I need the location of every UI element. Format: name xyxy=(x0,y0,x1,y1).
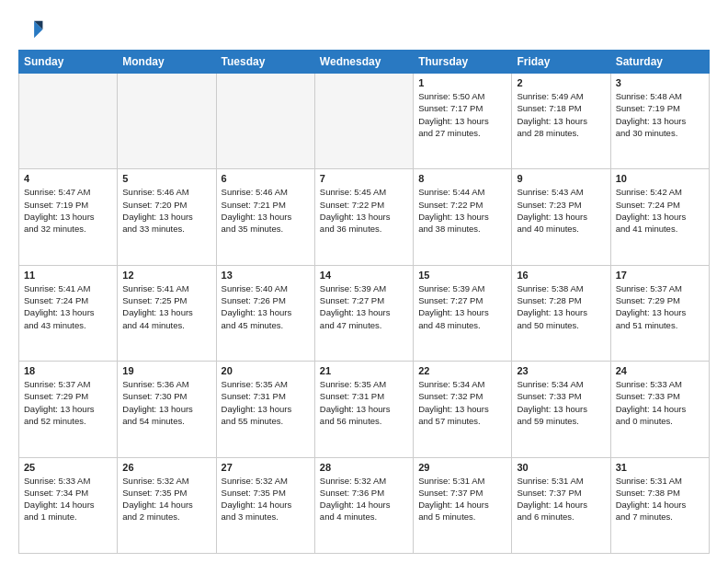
day-info: Sunrise: 5:46 AMSunset: 7:20 PMDaylight:… xyxy=(122,186,210,235)
day-cell: 14Sunrise: 5:39 AMSunset: 7:27 PMDayligh… xyxy=(314,265,413,361)
day-cell: 27Sunrise: 5:32 AMSunset: 7:35 PMDayligh… xyxy=(216,457,314,553)
day-cell: 7Sunrise: 5:45 AMSunset: 7:22 PMDaylight… xyxy=(314,169,413,265)
day-info: Sunrise: 5:46 AMSunset: 7:21 PMDaylight:… xyxy=(222,186,310,235)
day-number: 14 xyxy=(320,270,408,281)
calendar-body: 1Sunrise: 5:50 AMSunset: 7:17 PMDaylight… xyxy=(19,74,710,554)
day-info: Sunrise: 5:34 AMSunset: 7:33 PMDaylight:… xyxy=(517,378,605,427)
day-info: Sunrise: 5:47 AMSunset: 7:19 PMDaylight:… xyxy=(24,186,112,235)
day-number: 17 xyxy=(616,270,704,281)
calendar-table: SundayMondayTuesdayWednesdayThursdayFrid… xyxy=(18,50,710,554)
day-number: 22 xyxy=(418,365,506,376)
logo-icon xyxy=(18,17,44,42)
day-number: 20 xyxy=(222,365,310,376)
day-number: 2 xyxy=(517,77,605,88)
day-info: Sunrise: 5:37 AMSunset: 7:29 PMDaylight:… xyxy=(24,378,112,427)
day-cell: 2Sunrise: 5:49 AMSunset: 7:18 PMDaylight… xyxy=(512,74,610,169)
day-info: Sunrise: 5:31 AMSunset: 7:37 PMDaylight:… xyxy=(517,475,605,523)
day-info: Sunrise: 5:34 AMSunset: 7:32 PMDaylight:… xyxy=(418,378,506,427)
day-cell: 26Sunrise: 5:32 AMSunset: 7:35 PMDayligh… xyxy=(118,457,216,553)
day-info: Sunrise: 5:33 AMSunset: 7:34 PMDaylight:… xyxy=(24,475,112,523)
day-cell: 4Sunrise: 5:47 AMSunset: 7:19 PMDaylight… xyxy=(19,169,118,265)
day-info: Sunrise: 5:43 AMSunset: 7:23 PMDaylight:… xyxy=(517,186,605,235)
day-cell xyxy=(118,74,216,169)
day-info: Sunrise: 5:33 AMSunset: 7:33 PMDaylight:… xyxy=(616,378,704,427)
day-number: 16 xyxy=(517,270,605,281)
day-cell: 10Sunrise: 5:42 AMSunset: 7:24 PMDayligh… xyxy=(610,169,709,265)
day-number: 26 xyxy=(122,462,210,473)
day-cell: 17Sunrise: 5:37 AMSunset: 7:29 PMDayligh… xyxy=(610,265,709,361)
day-cell: 6Sunrise: 5:46 AMSunset: 7:21 PMDaylight… xyxy=(216,169,314,265)
day-number: 10 xyxy=(616,173,704,184)
day-number: 5 xyxy=(122,173,210,184)
day-number: 6 xyxy=(222,173,310,184)
day-cell: 30Sunrise: 5:31 AMSunset: 7:37 PMDayligh… xyxy=(512,457,610,553)
day-cell xyxy=(216,74,314,169)
day-info: Sunrise: 5:32 AMSunset: 7:35 PMDaylight:… xyxy=(122,475,210,523)
day-cell: 22Sunrise: 5:34 AMSunset: 7:32 PMDayligh… xyxy=(414,362,512,457)
week-row-4: 18Sunrise: 5:37 AMSunset: 7:29 PMDayligh… xyxy=(19,362,710,457)
day-cell: 5Sunrise: 5:46 AMSunset: 7:20 PMDaylight… xyxy=(118,169,216,265)
weekday-thursday: Thursday xyxy=(414,51,512,74)
day-number: 29 xyxy=(418,462,506,473)
day-info: Sunrise: 5:37 AMSunset: 7:29 PMDaylight:… xyxy=(616,282,704,331)
day-cell: 16Sunrise: 5:38 AMSunset: 7:28 PMDayligh… xyxy=(512,265,610,361)
day-cell: 31Sunrise: 5:31 AMSunset: 7:38 PMDayligh… xyxy=(610,457,709,553)
weekday-monday: Monday xyxy=(118,51,216,74)
day-cell: 8Sunrise: 5:44 AMSunset: 7:22 PMDaylight… xyxy=(414,169,512,265)
day-cell: 3Sunrise: 5:48 AMSunset: 7:19 PMDaylight… xyxy=(610,74,709,169)
day-info: Sunrise: 5:32 AMSunset: 7:35 PMDaylight:… xyxy=(222,475,310,523)
day-number: 4 xyxy=(24,173,112,184)
day-info: Sunrise: 5:45 AMSunset: 7:22 PMDaylight:… xyxy=(320,186,408,235)
day-cell: 12Sunrise: 5:41 AMSunset: 7:25 PMDayligh… xyxy=(118,265,216,361)
day-cell: 9Sunrise: 5:43 AMSunset: 7:23 PMDaylight… xyxy=(512,169,610,265)
day-number: 8 xyxy=(418,173,506,184)
day-number: 13 xyxy=(222,270,310,281)
day-cell: 23Sunrise: 5:34 AMSunset: 7:33 PMDayligh… xyxy=(512,362,610,457)
day-number: 11 xyxy=(24,270,112,281)
day-number: 3 xyxy=(616,77,704,88)
day-info: Sunrise: 5:38 AMSunset: 7:28 PMDaylight:… xyxy=(517,282,605,331)
day-number: 15 xyxy=(418,270,506,281)
day-cell: 20Sunrise: 5:35 AMSunset: 7:31 PMDayligh… xyxy=(216,362,314,457)
day-info: Sunrise: 5:39 AMSunset: 7:27 PMDaylight:… xyxy=(418,282,506,331)
day-info: Sunrise: 5:39 AMSunset: 7:27 PMDaylight:… xyxy=(320,282,408,331)
day-number: 19 xyxy=(122,365,210,376)
week-row-2: 4Sunrise: 5:47 AMSunset: 7:19 PMDaylight… xyxy=(19,169,710,265)
day-info: Sunrise: 5:40 AMSunset: 7:26 PMDaylight:… xyxy=(222,282,310,331)
day-number: 23 xyxy=(517,365,605,376)
day-number: 27 xyxy=(222,462,310,473)
day-info: Sunrise: 5:41 AMSunset: 7:25 PMDaylight:… xyxy=(122,282,210,331)
weekday-tuesday: Tuesday xyxy=(216,51,314,74)
day-info: Sunrise: 5:44 AMSunset: 7:22 PMDaylight:… xyxy=(418,186,506,235)
weekday-sunday: Sunday xyxy=(19,51,118,74)
day-cell: 24Sunrise: 5:33 AMSunset: 7:33 PMDayligh… xyxy=(610,362,709,457)
week-row-5: 25Sunrise: 5:33 AMSunset: 7:34 PMDayligh… xyxy=(19,457,710,553)
day-cell: 13Sunrise: 5:40 AMSunset: 7:26 PMDayligh… xyxy=(216,265,314,361)
week-row-3: 11Sunrise: 5:41 AMSunset: 7:24 PMDayligh… xyxy=(19,265,710,361)
day-cell xyxy=(314,74,413,169)
day-info: Sunrise: 5:41 AMSunset: 7:24 PMDaylight:… xyxy=(24,282,112,331)
day-info: Sunrise: 5:35 AMSunset: 7:31 PMDaylight:… xyxy=(222,378,310,427)
day-cell: 11Sunrise: 5:41 AMSunset: 7:24 PMDayligh… xyxy=(19,265,118,361)
day-info: Sunrise: 5:35 AMSunset: 7:31 PMDaylight:… xyxy=(320,378,408,427)
day-number: 1 xyxy=(418,77,506,88)
weekday-saturday: Saturday xyxy=(610,51,709,74)
day-number: 7 xyxy=(320,173,408,184)
day-number: 12 xyxy=(122,270,210,281)
day-cell: 19Sunrise: 5:36 AMSunset: 7:30 PMDayligh… xyxy=(118,362,216,457)
header xyxy=(18,17,710,42)
day-cell: 29Sunrise: 5:31 AMSunset: 7:37 PMDayligh… xyxy=(414,457,512,553)
day-info: Sunrise: 5:42 AMSunset: 7:24 PMDaylight:… xyxy=(616,186,704,235)
day-info: Sunrise: 5:49 AMSunset: 7:18 PMDaylight:… xyxy=(517,90,605,139)
page: SundayMondayTuesdayWednesdayThursdayFrid… xyxy=(0,0,728,563)
day-number: 9 xyxy=(517,173,605,184)
weekday-wednesday: Wednesday xyxy=(314,51,413,74)
day-number: 31 xyxy=(616,462,704,473)
day-number: 18 xyxy=(24,365,112,376)
day-number: 25 xyxy=(24,462,112,473)
day-number: 30 xyxy=(517,462,605,473)
day-number: 21 xyxy=(320,365,408,376)
day-cell: 18Sunrise: 5:37 AMSunset: 7:29 PMDayligh… xyxy=(19,362,118,457)
day-number: 28 xyxy=(320,462,408,473)
day-info: Sunrise: 5:31 AMSunset: 7:38 PMDaylight:… xyxy=(616,475,704,523)
